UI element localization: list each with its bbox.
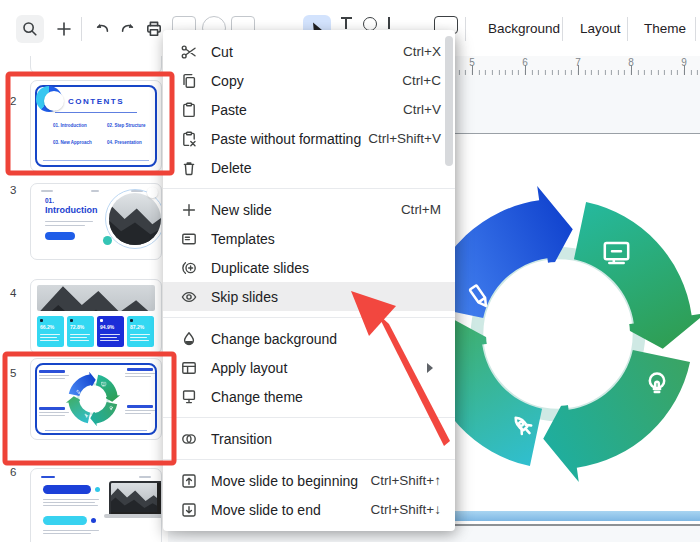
menu-item-label: Paste without formatting xyxy=(211,131,368,147)
ruler-number: 7 xyxy=(571,57,585,68)
slide-number: 3 xyxy=(10,184,16,196)
slide6-dot xyxy=(91,518,96,523)
move-to-end-icon xyxy=(180,501,198,519)
slide3-heading: Introduction xyxy=(45,205,98,215)
slide4-stat: 94.9% xyxy=(100,324,114,330)
slide3-button xyxy=(45,232,75,240)
clipboard-icon xyxy=(180,101,198,119)
slide6-laptop-base xyxy=(104,514,162,518)
templates-icon xyxy=(180,230,198,248)
menu-item-copy[interactable]: Copy Ctrl+C xyxy=(163,66,455,95)
menu-item-transition[interactable]: Transition xyxy=(163,424,455,453)
menu-item-label: Cut xyxy=(211,44,403,60)
toolbar-divider xyxy=(627,17,628,41)
slide4-stat: 72.8% xyxy=(70,324,84,330)
zoom-tool-button[interactable] xyxy=(16,15,44,43)
slide4-stat: 87.2% xyxy=(130,324,144,330)
menu-item-new-slide[interactable]: New slide Ctrl+M xyxy=(163,195,455,224)
menu-item-change-theme[interactable]: Change theme xyxy=(163,382,455,411)
menu-item-label: Copy xyxy=(211,73,402,89)
eye-icon xyxy=(180,288,198,306)
slide3-photo xyxy=(109,193,161,245)
duplicate-icon xyxy=(180,259,198,277)
submenu-arrow-icon xyxy=(427,363,433,373)
menu-separator xyxy=(163,459,455,460)
menu-item-label: Transition xyxy=(211,431,441,447)
scissors-icon xyxy=(180,43,198,61)
menu-item-shortcut: Ctrl+Shift+↓ xyxy=(370,502,441,517)
slide-thumbnail-4[interactable]: 66.2% 72.8% 94.9% 87.2% xyxy=(30,279,162,354)
redo-icon xyxy=(118,19,138,39)
slide2-item: 04. Presentation xyxy=(107,140,142,145)
slide-number: 2 xyxy=(10,95,16,107)
slide2-item: 02. Step Structure xyxy=(107,123,146,128)
ruler-number: 9 xyxy=(677,57,691,68)
slide4-banner-photo xyxy=(37,285,155,311)
slide2-title-underline xyxy=(55,112,137,113)
menu-item-templates[interactable]: Templates xyxy=(163,224,455,253)
menu-item-apply-layout[interactable]: Apply layout xyxy=(163,353,455,382)
line-tool-button[interactable] xyxy=(388,17,390,29)
background-button[interactable]: Background xyxy=(478,16,570,42)
google-slides-window: 5 6 7 8 9 xyxy=(0,0,700,542)
slide-thumbnail-3[interactable]: 01. Introduction xyxy=(30,183,162,260)
ruler-number: 8 xyxy=(624,57,638,68)
search-icon xyxy=(20,19,40,39)
slide6-dot xyxy=(95,487,100,492)
slide5-heading-line xyxy=(39,407,65,410)
menu-item-shortcut: Ctrl+M xyxy=(401,202,441,217)
move-to-beginning-icon xyxy=(180,472,198,490)
menu-item-shortcut: Ctrl+X xyxy=(403,44,441,59)
slide5-heading-line xyxy=(39,370,65,373)
menu-item-label: Apply layout xyxy=(211,360,427,376)
menu-item-label: Delete xyxy=(211,160,441,176)
menu-item-delete[interactable]: Delete xyxy=(163,153,455,182)
toolbar-divider xyxy=(465,17,466,41)
menu-item-cut[interactable]: Cut Ctrl+X xyxy=(163,37,455,66)
layout-button[interactable]: Layout xyxy=(570,16,631,42)
undo-button[interactable] xyxy=(88,15,116,43)
slide5-heading-line xyxy=(127,368,153,371)
menu-item-skip-slides[interactable]: Skip slides xyxy=(163,282,455,311)
menu-item-move-slide-to-end[interactable]: Move slide to end Ctrl+Shift+↓ xyxy=(163,495,455,524)
menu-item-duplicate-slides[interactable]: Duplicate slides xyxy=(163,253,455,282)
slide-filmstrip: 2 CONTENTS 01. Introduction 02. Step Str… xyxy=(0,56,168,542)
plus-icon xyxy=(54,19,74,39)
menu-item-move-slide-to-beginning[interactable]: Move slide to beginning Ctrl+Shift+↑ xyxy=(163,466,455,495)
slide6-laptop-screen xyxy=(109,481,162,518)
slide4-stat-card: 72.8% xyxy=(67,316,94,347)
menu-scrollbar[interactable] xyxy=(445,36,453,166)
toolbar-divider xyxy=(562,17,563,41)
menu-item-label: Move slide to end xyxy=(211,502,370,518)
toolbar-divider xyxy=(695,17,696,41)
theme-button[interactable]: Theme xyxy=(634,16,696,42)
menu-item-paste[interactable]: Paste Ctrl+V xyxy=(163,95,455,124)
slide-number: 5 xyxy=(10,367,16,379)
slide5-footer-line xyxy=(45,430,147,431)
slide-number: 4 xyxy=(10,287,16,299)
zoom-in-button[interactable] xyxy=(50,15,78,43)
slide-thumbnail-2[interactable]: CONTENTS 01. Introduction 02. Step Struc… xyxy=(30,80,162,172)
shape-tool-button[interactable] xyxy=(363,17,377,31)
menu-item-label: Change theme xyxy=(211,389,441,405)
menu-item-paste-without-formatting[interactable]: Paste without formatting Ctrl+Shift+V xyxy=(163,124,455,153)
slide-thumbnail-5[interactable] xyxy=(30,358,162,440)
redo-button[interactable] xyxy=(114,15,142,43)
ruler-number: 6 xyxy=(518,57,532,68)
slide6-pill-button xyxy=(43,485,91,494)
slide-thumbnail-6[interactable] xyxy=(30,468,162,542)
ruler-number: 5 xyxy=(465,57,479,68)
undo-icon xyxy=(92,19,112,39)
slide3-dot xyxy=(103,236,112,245)
menu-item-label: Move slide to beginning xyxy=(211,473,370,489)
slide3-header-mark xyxy=(91,190,99,192)
slide2-item: 03. New Approach xyxy=(53,140,92,145)
menu-item-label: New slide xyxy=(211,202,401,218)
layout-icon xyxy=(180,359,198,377)
menu-item-change-background[interactable]: Change background xyxy=(163,324,455,353)
toolbar-divider xyxy=(81,17,82,41)
slide6-pill-button xyxy=(43,516,87,525)
slide3-dot xyxy=(147,187,158,198)
menu-separator xyxy=(163,417,455,418)
menu-item-label: Duplicate slides xyxy=(211,260,441,276)
